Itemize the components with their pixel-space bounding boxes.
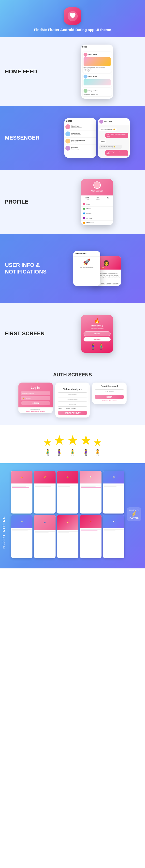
mini-phone-1: 🔥 [11,471,32,514]
signup-button[interactable]: SIGN UP [83,337,111,341]
reset-create-link[interactable]: Or Create New account [95,400,124,402]
flutter-icon: ⚡ [129,511,139,517]
feed-share-1[interactable]: ↗ [92,70,93,72]
mini-phone-2: 🔑 [34,471,55,514]
star-group-4: ★ 🧍‍♀️ [80,432,92,456]
mini-line-5 [35,486,50,487]
back-arrow[interactable]: ← [58,385,87,387]
about-screen: ← Tell us about you. Email Address Phone… [55,382,90,417]
signin-button[interactable]: SIGN IN [21,401,50,405]
mini-phone-body-9 [80,528,101,532]
messenger-mockup: Chats Marie Perez Hey! How it going? Cra… [54,118,140,158]
menu-dot-vip [83,222,85,224]
user-info-mockup: Notifications 🚀 No New Notifications 👩 R… [54,251,140,286]
menu-groups[interactable]: Groups [81,211,113,216]
feed-like-1[interactable]: ♥ 12 [83,70,86,72]
login-email-input[interactable]: ✉ Email address [21,392,50,395]
radio-male[interactable]: ○ [58,408,59,409]
chat-avatar-4 [65,146,70,151]
chat-avatar-1 [65,124,70,129]
mini-phone-7: 👤 [34,515,55,558]
flutter-label: FLUTTER [129,517,139,519]
first-screen-phone: 🔥 Heart String Find your perfect match L… [81,315,113,353]
first-screen-section: FIRST SCREEN 🔥 Heart String Find your pe… [0,303,145,365]
gender-other[interactable]: ○ Other [71,408,76,409]
chat-msg-4: I'm on my way [71,148,95,150]
chat-avatar-2 [65,131,70,136]
chat-item-1[interactable]: Marie Perez Hey! How it going? [65,123,96,130]
mini-phone-9: ❤️ [80,515,101,558]
menu-wallet[interactable]: My Wallet [81,216,113,221]
messenger-label-container: MESSENGER [5,135,54,141]
user-info-label: USER INFO &NOTIFICATIONS [5,262,54,275]
profile-mockup: Matt Maxwell 2305 Likes 276 Visitors 51 [54,179,140,225]
radio-female[interactable]: ○ [64,408,65,409]
gender-male[interactable]: ○ Male [58,408,63,409]
reset-content: Reset Password Email address RESET Or Cr… [92,382,126,404]
star-2: ★ [53,432,65,448]
about-password-input[interactable]: Password [58,403,87,407]
feed-title: Feed [81,44,113,49]
bubble-3: Not yet [99,140,106,143]
star-group-5: ★ 🧍 [93,437,102,456]
gender-female[interactable]: ○ Female [64,408,70,409]
menu-visitors[interactable]: Visitors [81,207,113,211]
about-email-input[interactable]: Email Address [58,393,87,396]
profile-name: Matt Maxwell [82,190,112,192]
home-feed-label: HOME FEED [5,68,54,75]
menu-groups-label: Groups [86,213,92,214]
menu-vip[interactable]: VIP Center [81,221,113,225]
mini-line-11 [104,485,123,486]
profile-label-container: PROFILE [5,199,54,205]
msg-partner-avatar [99,120,103,124]
about-phone-input[interactable]: Phone Number [58,398,87,402]
login-password-input[interactable]: 🔒 Password [21,396,50,400]
profile-phone: Matt Maxwell 2305 Likes 276 Visitors 51 [81,179,113,225]
reset-button[interactable]: RESET [95,395,124,399]
mini-phone-top-1: 🔥 [11,471,32,484]
feed-text-3: Just another beautiful day! [83,94,111,95]
person-4: 🧍‍♀️ [82,449,89,456]
mini-phone-10: 📋 [103,515,124,558]
menu-likes[interactable]: Likes [81,202,113,207]
mini-phone-top-7: 👤 [34,515,55,530]
mini-phone-body-5 [103,484,124,488]
feed-card-1: Matt Howell Lorem ipsum dolor sit amet, … [82,52,112,73]
login-button[interactable]: LOG IN [83,331,111,336]
chat-item-4[interactable]: Rita Pena I'm on my way [65,145,96,152]
star-1: ★ [43,437,52,448]
reset-email-input[interactable]: Email address [95,390,124,393]
mini-line-8 [81,485,101,486]
message-screen: Rita Pena Hey! How's it going? 😊 Good, w… [98,118,130,158]
chat-avatar-3 [65,138,70,144]
mini-phone-3: 🔒 [57,471,78,514]
star-group-1: ★ 🧍‍♂️ [43,437,52,456]
stat-likes-label: Likes [85,199,89,200]
feed-avatar-1 [83,53,87,57]
radio-other[interactable]: ○ [71,408,72,409]
messenger-section: MESSENGER Chats Marie Perez Hey! How it … [0,106,145,170]
mini-phone-top-4: 📝 [80,471,101,484]
mini-phone-top-6: 💬 [11,515,32,528]
chat-msg-2: See you tomorrow [71,134,95,135]
msg-body: Hey! How's it going? 😊 Good, where you g… [98,125,130,158]
reset-title: Reset Password [95,385,124,388]
stars-section: ★ 🧍‍♂️ ★ 🧍‍♀️ ★ 🧍‍♂️ ★ 🧍‍♀️ ★ 🧍 [0,425,145,463]
create-account-button[interactable]: CREATE ACCOUNT [58,411,87,415]
star-4: ★ [80,432,92,448]
chat-item-2[interactable]: Craig Jordan See you tomorrow [65,130,96,137]
messenger-label: MESSENGER [5,135,54,141]
chat-list: Chats Marie Perez Hey! How it going? Cra… [64,118,96,152]
mini-line-16 [35,532,49,533]
illustration-figure-2: 🧍‍♂️ [98,343,104,349]
feed-comment-1[interactable]: 💬 5 [87,70,90,72]
person-3: 🧍‍♂️ [69,449,76,456]
login-password-label: Password [25,397,31,399]
mini-phone-top-3: 🔒 [57,471,78,484]
first-tagline: Find your perfect match [83,328,111,329]
create-account-link[interactable]: How it Work? Create account [21,410,50,412]
feed-card-3-header: Craig Jordan [83,89,111,93]
chat-item-3[interactable]: Charlotte Mckeneze That's great! [65,137,96,145]
mini-line-13 [12,529,32,530]
mini-phone-6: 💬 [11,515,32,558]
